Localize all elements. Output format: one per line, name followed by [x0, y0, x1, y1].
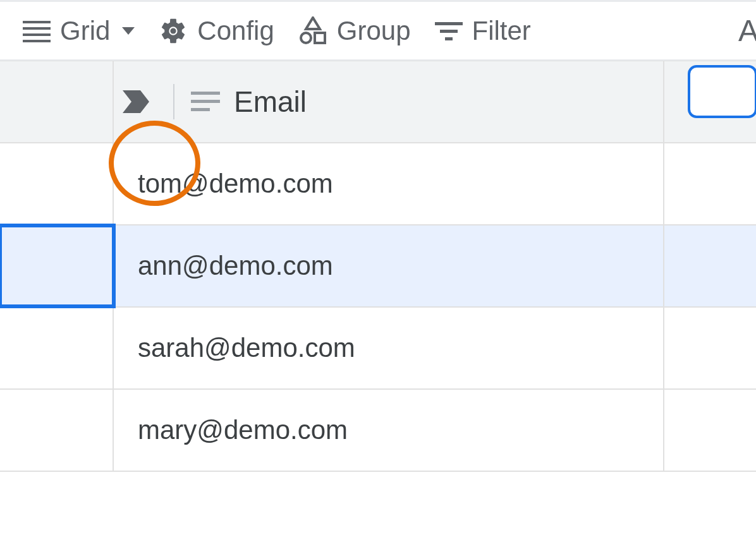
svg-rect-12: [191, 92, 220, 95]
column-separator: [663, 225, 664, 306]
svg-rect-9: [440, 30, 458, 33]
chevron-down-icon: [122, 27, 135, 35]
svg-point-4: [171, 28, 176, 33]
svg-rect-13: [191, 100, 220, 103]
list-icon: [23, 20, 51, 42]
table-row[interactable]: tom@demo.com: [0, 143, 756, 225]
svg-rect-14: [191, 108, 210, 111]
svg-rect-8: [435, 22, 463, 25]
data-grid: Email tom@demo.com ann@demo.com sarah@de…: [0, 61, 756, 472]
row-handle-header: [0, 61, 114, 142]
row-handle[interactable]: [0, 390, 114, 471]
view-grid-button[interactable]: Grid: [23, 16, 135, 46]
filter-button[interactable]: Filter: [435, 16, 531, 46]
table-row[interactable]: sarah@demo.com: [0, 308, 756, 390]
svg-rect-1: [23, 27, 51, 30]
column-separator: [663, 308, 664, 388]
cell-value: tom@demo.com: [138, 169, 333, 199]
svg-rect-3: [23, 40, 51, 42]
cell-email[interactable]: sarah@demo.com: [114, 308, 756, 388]
svg-marker-5: [306, 18, 320, 29]
toolbar: Grid Config Group: [0, 0, 756, 61]
table-row[interactable]: mary@demo.com: [0, 390, 756, 472]
cell-email[interactable]: tom@demo.com: [114, 143, 756, 224]
shapes-icon: [298, 16, 327, 45]
row-handle[interactable]: [0, 308, 114, 388]
text-field-type-icon: [191, 89, 220, 114]
cell-value: sarah@demo.com: [138, 333, 355, 363]
grid-header-row: Email: [0, 61, 756, 143]
svg-point-6: [301, 33, 311, 43]
column-separator: [663, 61, 664, 142]
cell-value: ann@demo.com: [138, 251, 333, 281]
cell-email[interactable]: mary@demo.com: [114, 390, 756, 471]
group-button[interactable]: Group: [298, 16, 411, 46]
column-header-label: Email: [234, 85, 307, 119]
row-handle[interactable]: [0, 225, 114, 306]
cell-email[interactable]: ann@demo.com: [114, 225, 756, 306]
cell-value: mary@demo.com: [138, 415, 348, 445]
filter-icon: [435, 20, 463, 42]
column-separator: [663, 390, 664, 471]
gear-icon: [159, 16, 188, 45]
filter-label: Filter: [472, 16, 531, 46]
svg-rect-2: [23, 33, 51, 36]
table-row[interactable]: ann@demo.com: [0, 225, 756, 308]
config-label: Config: [197, 16, 274, 46]
svg-marker-11: [123, 90, 149, 113]
group-label: Group: [337, 16, 411, 46]
svg-rect-7: [315, 33, 325, 43]
column-resize-handle[interactable]: [173, 84, 174, 119]
expand-column-icon[interactable]: [120, 88, 152, 116]
svg-rect-0: [23, 21, 51, 23]
row-handle[interactable]: [0, 143, 114, 224]
svg-rect-10: [445, 37, 453, 40]
truncated-toolbar-item: A: [738, 13, 756, 48]
view-grid-label: Grid: [60, 16, 110, 46]
selected-header-cell[interactable]: [688, 65, 756, 118]
column-header-email[interactable]: Email: [114, 61, 756, 142]
column-separator: [663, 143, 664, 224]
config-button[interactable]: Config: [159, 16, 274, 46]
